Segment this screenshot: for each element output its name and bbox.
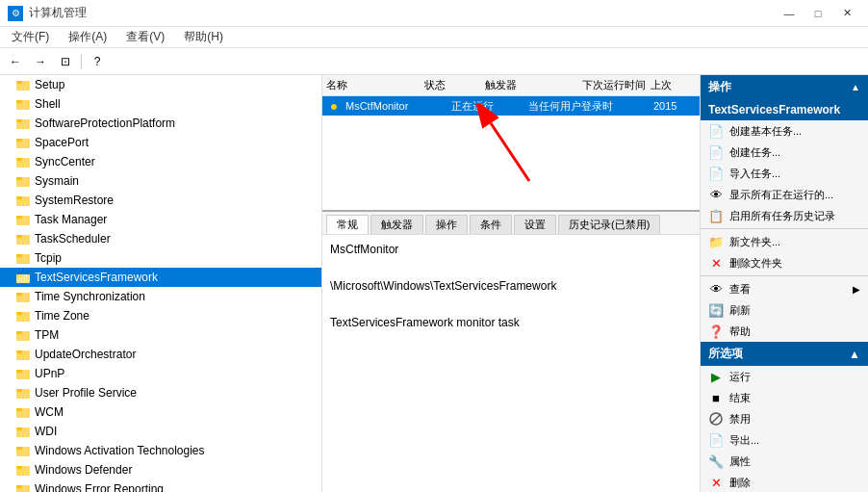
action-view[interactable]: 👁 查看 ▶ <box>701 278 868 299</box>
svg-rect-9 <box>16 158 22 161</box>
task-next: 2015 <box>653 100 700 112</box>
sidebar-item-swprotection[interactable]: SoftwareProtectionPlatform <box>0 114 321 133</box>
action-delete-folder[interactable]: ✕ 删除文件夹 <box>701 252 868 273</box>
sidebar-item-spaceport[interactable]: SpacePort <box>0 133 321 152</box>
close-button[interactable]: ✕ <box>833 3 860 24</box>
detail-path-row: \Microsoft\Windows\TextServicesFramework <box>330 279 692 293</box>
menu-file[interactable]: 文件(F) <box>4 27 57 47</box>
action-create-task[interactable]: 📄 创建任务... <box>701 142 868 163</box>
col-trigger-header: 触发器 <box>485 78 583 92</box>
sidebar-item-shell[interactable]: Shell <box>0 94 321 114</box>
sidebar-item-windefender[interactable]: Windows Defender <box>0 460 321 479</box>
tab-general[interactable]: 常规 <box>326 215 369 234</box>
sidebar-item-winactivation[interactable]: Windows Activation Technologies <box>0 441 321 460</box>
svg-line-55 <box>491 123 529 181</box>
sidebar-item-updateorch[interactable]: UpdateOrchestrator <box>0 345 321 364</box>
sidebar-item-sysmain[interactable]: Sysmain <box>0 171 321 191</box>
sidebar-label: SystemRestore <box>35 194 114 207</box>
action-show-running[interactable]: 👁 显示所有正在运行的... <box>701 184 868 205</box>
sidebar-item-textservices[interactable]: TextServicesFramework <box>0 268 321 287</box>
sidebar-item-taskmanager[interactable]: Task Manager <box>0 210 321 229</box>
action-import[interactable]: 📄 导入任务... <box>701 163 868 184</box>
sidebar[interactable]: Setup Shell SoftwareProtectionPlatform S… <box>0 75 322 492</box>
tab-triggers[interactable]: 触发器 <box>370 215 423 234</box>
folder-icon <box>15 250 31 266</box>
folder-icon <box>15 404 31 420</box>
title-bar-left: ⚙ 计算机管理 <box>8 5 87 21</box>
sidebar-item-setup[interactable]: Setup <box>0 75 321 94</box>
tab-conditions[interactable]: 条件 <box>470 215 512 234</box>
action-new-folder[interactable]: 📁 新文件夹... <box>701 231 868 252</box>
action-create-basic[interactable]: 📄 创建基本任务... <box>701 120 868 142</box>
sidebar-item-wdi[interactable]: WDI <box>0 422 321 441</box>
sidebar-label: SyncCenter <box>35 155 95 168</box>
help-button[interactable]: ? <box>86 51 109 72</box>
sidebar-item-tcpip[interactable]: Tcpip <box>0 248 321 268</box>
maximize-button[interactable]: □ <box>804 3 831 24</box>
section2-collapse-button[interactable]: ▲ <box>849 348 860 361</box>
task-trigger: 当任何用户登录时 <box>528 99 653 114</box>
folder-icon <box>15 193 31 208</box>
app-icon: ⚙ <box>8 6 23 21</box>
forward-button[interactable]: → <box>29 51 52 72</box>
svg-rect-25 <box>16 312 22 315</box>
action-run[interactable]: ▶ 运行 <box>701 366 868 387</box>
sidebar-item-tpm[interactable]: TPM <box>0 325 321 345</box>
sidebar-item-timesync[interactable]: Time Synchronization <box>0 287 321 306</box>
action-label: 显示所有正在运行的... <box>729 188 833 202</box>
sidebar-item-wcm[interactable]: WCM <box>0 402 321 422</box>
end-icon: ■ <box>708 390 724 405</box>
sidebar-label: Time Synchronization <box>35 290 145 303</box>
sidebar-label: TextServicesFramework <box>35 271 158 284</box>
detail-name-row: MsCtfMonitor <box>330 243 692 256</box>
minimize-button[interactable]: — <box>776 3 803 24</box>
action-refresh[interactable]: 🔄 刷新 <box>701 299 868 321</box>
sidebar-item-taskscheduler[interactable]: TaskScheduler <box>0 229 321 248</box>
section1-header: TextServicesFramework <box>701 99 868 120</box>
title-bar: ⚙ 计算机管理 — □ ✕ <box>0 0 868 27</box>
action-end[interactable]: ■ 结束 <box>701 387 868 408</box>
show-running-icon: 👁 <box>708 187 724 202</box>
col-status-header: 状态 <box>424 78 485 92</box>
action-enable-history[interactable]: 📋 启用所有任务历史记录 <box>701 205 868 226</box>
action-disable[interactable]: 禁用 <box>701 408 868 429</box>
action-delete[interactable]: ✕ 删除 <box>701 472 868 492</box>
action-help[interactable]: ❓ 帮助 <box>701 321 868 342</box>
action-export[interactable]: 📄 导出... <box>701 429 868 451</box>
sidebar-item-synccenter[interactable]: SyncCenter <box>0 152 321 171</box>
sidebar-item-upnp[interactable]: UPnP <box>0 364 321 383</box>
actions-collapse-button[interactable]: ▲ <box>851 82 860 92</box>
menu-help[interactable]: 帮助(H) <box>176 27 231 47</box>
sidebar-label: Windows Activation Technologies <box>35 444 205 457</box>
folder-icon <box>15 481 31 492</box>
sidebar-item-winerrorreport[interactable]: Windows Error Reporting <box>0 479 321 492</box>
svg-rect-43 <box>16 485 22 488</box>
col-last-header: 上次 <box>651 78 696 92</box>
svg-rect-13 <box>16 196 22 199</box>
show-button[interactable]: ⊡ <box>54 51 77 72</box>
tab-history[interactable]: 历史记录(已禁用) <box>558 215 660 234</box>
action-label: 属性 <box>729 454 751 469</box>
menu-action[interactable]: 操作(A) <box>61 27 115 47</box>
action-label: 查看 <box>729 282 751 297</box>
section2-title: 所选项 <box>708 346 743 362</box>
tab-actions[interactable]: 操作 <box>425 215 468 234</box>
table-body: ● MsCtfMonitor 正在运行 当任何用户登录时 2015 <box>322 96 700 212</box>
sidebar-item-userprofile[interactable]: User Profile Service <box>0 383 321 402</box>
menu-view[interactable]: 查看(V) <box>118 27 172 47</box>
tab-settings[interactable]: 设置 <box>514 215 556 234</box>
action-label: 新文件夹... <box>729 235 780 249</box>
table-header: 名称 状态 触发器 下次运行时间 上次 <box>322 75 700 96</box>
svg-rect-31 <box>16 370 22 373</box>
svg-rect-5 <box>16 119 22 122</box>
help-icon: ❓ <box>708 324 724 339</box>
detail-desc-row: TextServicesFramework monitor task <box>330 316 692 329</box>
back-button[interactable]: ← <box>4 51 27 72</box>
folder-icon <box>15 212 31 227</box>
action-label: 运行 <box>729 370 751 384</box>
sidebar-item-timezone[interactable]: Time Zone <box>0 306 321 325</box>
title-controls: — □ ✕ <box>776 3 860 24</box>
table-row[interactable]: ● MsCtfMonitor 正在运行 当任何用户登录时 2015 <box>322 96 700 116</box>
action-properties[interactable]: 🔧 属性 <box>701 451 868 472</box>
sidebar-item-systemrestore[interactable]: SystemRestore <box>0 191 321 210</box>
